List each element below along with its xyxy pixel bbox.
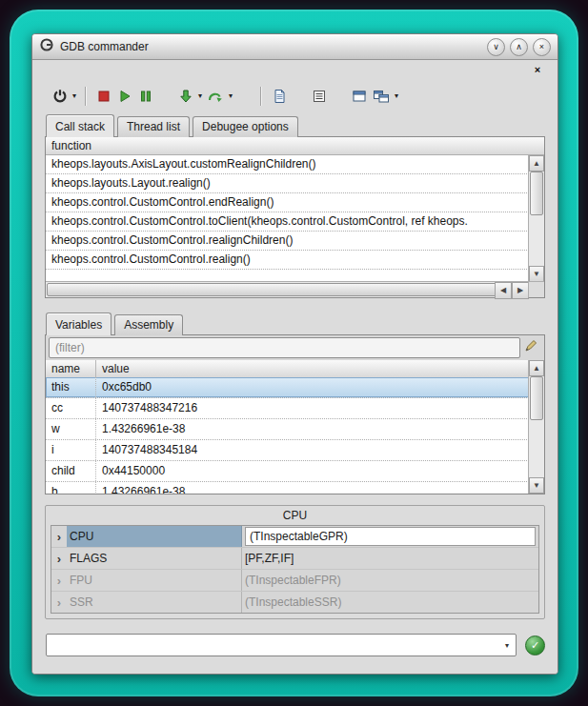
combo-dropdown-icon[interactable]: ▾ bbox=[498, 635, 516, 656]
variable-row[interactable]: cc 140737488347216 bbox=[46, 398, 529, 419]
tab-assembly[interactable]: Assembly bbox=[114, 314, 183, 335]
document-icon bbox=[272, 89, 287, 104]
scroll-right-icon[interactable]: ▶ bbox=[512, 282, 529, 299]
variable-value: 140737488345184 bbox=[96, 440, 529, 460]
close-button[interactable]: × bbox=[533, 38, 551, 56]
cpu-row-name: CPU bbox=[67, 526, 242, 547]
callstack-row[interactable]: kheops.layouts.Layout.realign() bbox=[46, 174, 529, 193]
variables-tabbar: Variables Assembly bbox=[45, 312, 545, 334]
cpu-row-fpu[interactable]: › FPU (TInspectableFPR) bbox=[51, 570, 538, 592]
variable-name: b bbox=[46, 482, 96, 494]
start-stop-dropdown-icon[interactable]: ▾ bbox=[71, 92, 78, 100]
variable-name: this bbox=[46, 377, 96, 397]
tab-debugee-options[interactable]: Debugee options bbox=[193, 116, 298, 137]
expand-arrow-icon[interactable]: › bbox=[51, 526, 67, 547]
variable-value: 1.43266961e-38 bbox=[96, 482, 529, 494]
step-over-button[interactable] bbox=[204, 84, 227, 109]
callstack-tabbar: Call stack Thread list Debugee options bbox=[45, 113, 545, 136]
play-icon bbox=[117, 89, 132, 104]
minimize-button[interactable]: ∨ bbox=[487, 38, 505, 56]
filter-options-button[interactable] bbox=[520, 338, 541, 357]
command-combobox[interactable]: ▾ bbox=[46, 634, 517, 656]
maximize-button[interactable]: ∧ bbox=[510, 38, 528, 56]
dock-header: × bbox=[45, 60, 545, 79]
variable-row[interactable]: w 1.43266961e-38 bbox=[46, 419, 529, 440]
client-area: × ▾ bbox=[32, 60, 558, 674]
expand-arrow-icon[interactable]: › bbox=[51, 570, 67, 591]
callstack-row[interactable]: kheops.control.CustomControl.realignChil… bbox=[46, 232, 529, 251]
step-into-button[interactable] bbox=[175, 84, 196, 109]
callstack-row[interactable]: kheops.control.CustomControl.endRealign(… bbox=[46, 193, 529, 212]
cpu-groupbox-title: CPU bbox=[46, 509, 544, 522]
cpu-value-field[interactable]: (TInspectableGPR) bbox=[245, 527, 536, 546]
scrollbar-thumb[interactable] bbox=[530, 171, 543, 215]
window-frame: GDB commander ∨ ∧ × × bbox=[10, 10, 578, 696]
windows-icon bbox=[373, 89, 390, 104]
tab-call-stack[interactable]: Call stack bbox=[46, 114, 114, 137]
variable-row[interactable]: i 140737488345184 bbox=[46, 440, 529, 461]
view-windows-button[interactable] bbox=[370, 84, 393, 109]
dock-close-icon[interactable]: × bbox=[530, 64, 545, 75]
tab-thread-list[interactable]: Thread list bbox=[117, 116, 190, 137]
power-icon bbox=[52, 89, 68, 104]
expand-arrow-icon[interactable]: › bbox=[51, 548, 67, 569]
cpu-row-name: SSR bbox=[67, 592, 242, 613]
list-icon bbox=[312, 89, 327, 104]
titlebar[interactable]: GDB commander ∨ ∧ × bbox=[32, 34, 558, 60]
callstack-row[interactable]: kheops.control.CustomControl.toClient(kh… bbox=[46, 212, 529, 232]
callstack-row[interactable]: kheops.control.CustomControl.realign() bbox=[46, 251, 529, 270]
variables-vertical-scrollbar[interactable]: ▲ ▼ bbox=[528, 360, 544, 494]
window-icon bbox=[352, 89, 367, 104]
cpu-row-ssr[interactable]: › SSR (TInspectableSSR) bbox=[51, 592, 538, 613]
callstack-vertical-scrollbar[interactable]: ▲ ▼ bbox=[528, 155, 544, 282]
callstack-row[interactable]: kheops.layouts.AxisLayout.customRealignC… bbox=[46, 155, 529, 174]
variables-table-header: name value bbox=[46, 360, 529, 378]
step-into-dropdown-icon[interactable]: ▾ bbox=[196, 92, 204, 100]
scroll-up-icon[interactable]: ▲ bbox=[529, 155, 544, 171]
continue-button[interactable] bbox=[114, 84, 135, 109]
horizontal-scroll-buttons: ◀ ▶ bbox=[495, 282, 529, 297]
panel-splitter[interactable] bbox=[45, 298, 545, 312]
stop-icon bbox=[96, 89, 112, 104]
variable-value: 0xc65db0 bbox=[96, 377, 529, 397]
send-command-button[interactable]: ✓ bbox=[525, 635, 545, 656]
tab-variables[interactable]: Variables bbox=[46, 313, 112, 335]
callstack-list: kheops.layouts.AxisLayout.customRealignC… bbox=[46, 155, 529, 282]
toolbar-separator bbox=[85, 87, 87, 106]
scroll-down-icon[interactable]: ▼ bbox=[529, 266, 544, 282]
filter-input[interactable] bbox=[49, 337, 520, 358]
view-memory-button[interactable] bbox=[349, 84, 370, 109]
scroll-up-icon[interactable]: ▲ bbox=[529, 360, 544, 376]
cpu-row-value: [PF,ZF,IF] bbox=[242, 548, 538, 569]
variable-name: child bbox=[46, 461, 96, 481]
scrollbar-thumb[interactable] bbox=[47, 283, 497, 296]
step-over-dropdown-icon[interactable]: ▾ bbox=[227, 92, 234, 100]
variable-value: 0x44150000 bbox=[96, 461, 529, 481]
start-stop-button[interactable] bbox=[50, 84, 71, 109]
variable-row[interactable]: this 0xc65db0 bbox=[46, 377, 529, 398]
command-input[interactable] bbox=[47, 635, 498, 656]
curved-arrow-icon bbox=[207, 89, 224, 104]
variable-row[interactable]: child 0x44150000 bbox=[46, 461, 529, 482]
variable-name: cc bbox=[46, 398, 96, 418]
callstack-horizontal-scrollbar[interactable]: ◀ ▶ bbox=[46, 281, 529, 297]
scroll-left-icon[interactable]: ◀ bbox=[495, 282, 512, 299]
view-source-button[interactable] bbox=[269, 84, 290, 109]
cpu-row-flags[interactable]: › FLAGS [PF,ZF,IF] bbox=[51, 548, 538, 570]
column-header-name[interactable]: name bbox=[46, 360, 96, 377]
scroll-down-icon[interactable]: ▼ bbox=[529, 477, 544, 494]
cpu-row-cpu[interactable]: › CPU (TInspectableGPR) bbox=[51, 526, 538, 548]
view-list-button[interactable] bbox=[309, 84, 330, 109]
pen-icon bbox=[523, 338, 538, 357]
expand-arrow-icon[interactable]: › bbox=[51, 592, 67, 613]
halt-button[interactable] bbox=[93, 84, 114, 109]
column-header-value[interactable]: value bbox=[96, 360, 529, 377]
check-icon: ✓ bbox=[531, 640, 539, 651]
pause-button[interactable] bbox=[135, 84, 156, 109]
view-windows-dropdown-icon[interactable]: ▾ bbox=[393, 92, 400, 100]
callstack-column-header[interactable]: function bbox=[46, 137, 544, 155]
cpu-inspector: › CPU (TInspectableGPR) › FLAGS [PF,ZF,I… bbox=[51, 525, 539, 614]
filter-row bbox=[46, 335, 544, 360]
variable-row[interactable]: b 1.43266961e-38 bbox=[46, 482, 529, 494]
scrollbar-thumb[interactable] bbox=[530, 376, 543, 420]
